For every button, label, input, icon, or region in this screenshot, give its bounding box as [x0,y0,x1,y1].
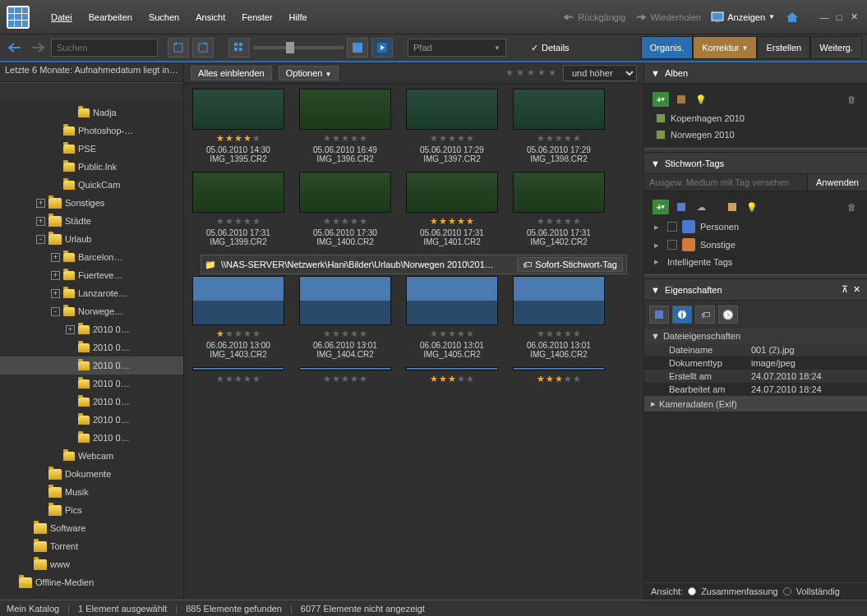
menu-datei[interactable]: Datei [43,9,81,25]
tree-item[interactable]: www [0,555,183,573]
star-rating[interactable]: ★★★★★ [216,374,261,384]
tree-item[interactable]: 2010 0… [0,411,183,429]
tree-item[interactable]: 2010 0… [0,375,183,393]
tag-item[interactable]: ▸Sonstige [649,236,862,254]
star-rating[interactable]: ★★★★★ [430,216,474,227]
tag-trash-icon[interactable]: 🗑 [844,200,859,214]
redo-button[interactable]: Wiederholen [635,12,701,22]
slideshow-button[interactable] [371,38,393,57]
expand-icon[interactable]: + [36,217,45,226]
expand-icon[interactable]: + [66,325,75,334]
tree-item[interactable]: 2010 0… [0,338,183,356]
properties-header[interactable]: ▼Eigenschaften⊼✕ [644,279,867,301]
thumbnail[interactable]: ★★★★★05.06.2010 17:31IMG_1402.CR2 [513,172,605,246]
menu-bearbeiten[interactable]: Bearbeiten [81,9,141,25]
thumbnail[interactable]: ★★★★★05.06.2010 17:29IMG_1397.CR2 [406,89,498,163]
star-rating[interactable]: ★★★★★ [323,216,367,227]
show-all-button[interactable]: Alles einblenden [191,66,272,80]
minimize-panel-icon[interactable]: ⊼ [842,284,848,295]
path-input[interactable]: Pfad▼ [408,39,506,57]
thumb-small-button[interactable] [228,38,250,57]
album-item[interactable]: Kopenhagen 2010 [649,110,862,126]
menu-suchen[interactable]: Suchen [141,9,187,25]
prop-tab-general[interactable] [649,306,669,324]
album-trash-icon[interactable]: 🗑 [844,92,859,107]
details-checkbox[interactable]: ✓Details [531,43,570,53]
tab-erstellen[interactable]: Erstellen [757,36,810,59]
add-album-button[interactable]: +▾ [653,92,669,107]
thumbnail[interactable]: ★★★★★ [513,367,605,384]
star-rating[interactable]: ★★★★★ [216,329,261,339]
tree-item[interactable]: QuickCam [0,176,183,194]
star-rating[interactable]: ★★★★★ [430,133,474,144]
albums-header[interactable]: ▼Alben [644,62,867,84]
tree-item[interactable]: +Fuerteve… [0,266,183,284]
menu-fenster[interactable]: Fenster [233,9,280,25]
expand-icon[interactable]: - [36,235,45,244]
tag-item[interactable]: ▸Intelligente Tags [649,254,862,269]
maximize-button[interactable]: □ [832,11,846,24]
home-button[interactable] [785,11,800,24]
prop-tab-tags[interactable]: 🏷 [695,306,715,324]
star-rating[interactable]: ★★★★★ [430,374,474,384]
add-tag-button[interactable]: +▾ [653,200,669,214]
thumbnail[interactable]: ★★★★★05.06.2010 14:30IMG_1395.CR2 [192,89,284,163]
expand-icon[interactable]: + [51,271,60,280]
prop-tab-info[interactable]: i [672,306,692,324]
thumbnail[interactable]: ★★★★★05.06.2010 16:49IMG_1396.CR2 [299,89,391,163]
tag-item[interactable]: ▸Personen [649,218,862,236]
star-rating[interactable]: ★★★★★ [430,329,474,339]
thumbnail[interactable]: ★★★★★05.06.2010 17:31IMG_1399.CR2 [192,172,284,246]
tree-item[interactable]: Offline-Medien [0,573,183,591]
radio-full[interactable] [783,587,791,595]
tree-item[interactable]: Public.lnk [0,158,183,176]
expand-icon[interactable]: - [51,307,60,316]
tree-item[interactable]: Dokumente [0,465,183,483]
close-panel-icon[interactable]: ✕ [853,284,860,295]
thumb-size-slider[interactable] [253,46,344,49]
radio-summary[interactable] [688,587,696,595]
tree-item[interactable]: Torrent [0,537,183,555]
tree-item[interactable]: 2010 0… [0,393,183,411]
tab-organise[interactable]: Organis. [641,36,694,59]
star-rating[interactable]: ★★★★★ [537,133,581,144]
rotate-left-button[interactable] [168,38,189,57]
apply-tag-button[interactable]: Anwenden [807,174,867,191]
anzeigen-button[interactable]: Anzeigen▼ [711,11,775,23]
minimize-button[interactable]: — [818,11,831,24]
star-rating[interactable]: ★★★★★ [537,374,581,384]
tag-face-icon[interactable] [725,200,740,214]
thumbnail[interactable]: ★★★★★05.06.2010 17:30IMG_1400.CR2 [299,172,391,246]
tag-bulb-icon[interactable]: 💡 [745,200,759,214]
thumbnail[interactable]: ★★★★★06.06.2010 13:00IMG_1403.CR2 [192,276,284,359]
expand-icon[interactable]: + [36,199,45,208]
thumbnail[interactable]: ★★★★★ [406,367,498,384]
nav-back-button[interactable] [5,38,25,57]
tree-item[interactable]: Software [0,519,183,537]
tree-item[interactable]: Pics [0,501,183,519]
menu-hilfe[interactable]: Hilfe [281,9,316,25]
thumbnail[interactable]: ★★★★★05.06.2010 17:29IMG_1398.CR2 [513,89,605,163]
thumbnail[interactable]: ★★★★★ [192,367,284,384]
thumbnail[interactable]: ★★★★★05.06.2010 17:31IMG_1401.CR2 [406,172,498,246]
tree-item[interactable]: +2010 0… [0,320,183,338]
tag-cloud-icon[interactable]: ☁ [694,200,708,214]
instant-tag-button[interactable]: 🏷Sofort-Stichwort-Tag [517,257,623,272]
tree-item[interactable]: +Barcelon… [0,248,183,266]
expand-icon[interactable]: + [51,289,60,298]
undo-button[interactable]: Rückgängig [563,12,625,22]
star-rating[interactable]: ★★★★★ [537,216,581,227]
thumbnail[interactable]: ★★★★★06.06.2010 13:01IMG_1406.CR2 [513,276,605,359]
prop-group-exif[interactable]: ▸Kameradaten (Exif) [644,396,867,411]
tree-item[interactable]: +Sonstiges [0,194,183,212]
expand-icon[interactable]: + [51,253,60,262]
tags-header[interactable]: ▼Stichwort-Tags [644,153,867,174]
star-rating[interactable]: ★★★★★ [323,329,367,339]
close-button[interactable]: ✕ [847,11,860,24]
tree-item[interactable]: PSE [0,140,183,158]
tree-item[interactable]: +Städte [0,212,183,230]
album-bulb-icon[interactable]: 💡 [694,92,708,107]
tag-input[interactable] [644,174,807,191]
rotate-right-button[interactable] [192,38,214,57]
folder-tree[interactable]: NadjaPhotoshop-…PSEPublic.lnkQuickCam+So… [0,102,183,600]
